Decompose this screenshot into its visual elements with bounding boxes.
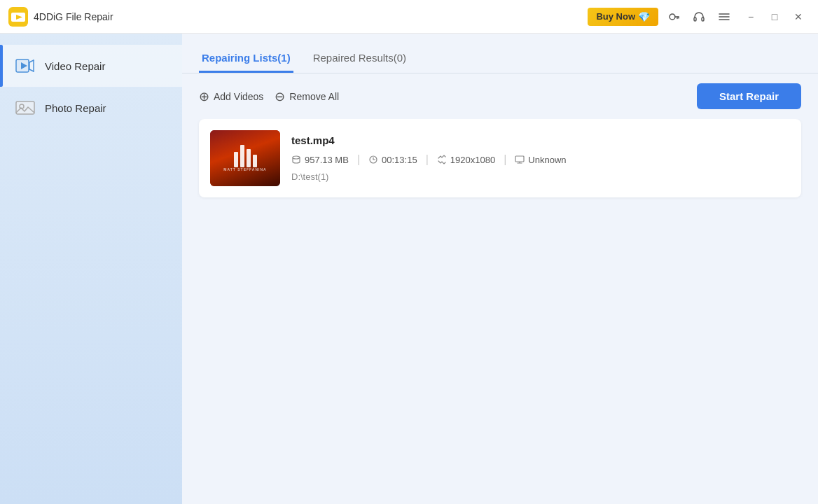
thumb-bars xyxy=(234,145,257,167)
file-duration-value: 00:13:15 xyxy=(382,155,417,165)
buy-now-button[interactable]: Buy Now 💎 xyxy=(588,8,658,26)
window-controls: − □ ✕ xyxy=(740,7,810,27)
key-icon xyxy=(667,10,680,23)
file-list: MATT STEFFANINA test.mp4 957.13 MB xyxy=(182,119,818,504)
sidebar: Video Repair Photo Repair xyxy=(0,34,182,504)
minimize-button[interactable]: − xyxy=(740,7,762,27)
remove-icon: ⊖ xyxy=(275,89,285,104)
svg-point-21 xyxy=(293,156,300,159)
photo-repair-icon xyxy=(14,97,36,119)
svg-rect-19 xyxy=(16,102,34,114)
add-icon: ⊕ xyxy=(199,89,209,104)
file-codec-item: Unknown xyxy=(515,155,566,165)
svg-rect-23 xyxy=(515,156,524,162)
sidebar-item-label-video: Video Repair xyxy=(45,60,105,72)
sidebar-item-label-photo: Photo Repair xyxy=(45,102,106,114)
sidebar-item-photo-repair[interactable]: Photo Repair xyxy=(0,87,182,129)
title-bar-right: Buy Now 💎 − xyxy=(588,7,810,27)
table-row: MATT STEFFANINA test.mp4 957.13 MB xyxy=(199,119,801,197)
remove-all-button[interactable]: ⊖ Remove All xyxy=(275,89,339,104)
headphone-icon-btn[interactable] xyxy=(689,7,709,27)
file-codec-value: Unknown xyxy=(528,155,566,165)
resolution-icon xyxy=(437,155,447,164)
tab-repaired[interactable]: Repaired Results(0) xyxy=(310,45,409,73)
buy-now-label: Buy Now xyxy=(596,11,635,22)
diamond-icon: 💎 xyxy=(638,11,650,22)
toolbar-left: ⊕ Add Videos ⊖ Remove All xyxy=(199,89,339,104)
file-size-value: 957.13 MB xyxy=(305,155,349,165)
content-area: Repairing Lists(1) Repaired Results(0) ⊕… xyxy=(182,34,818,504)
svg-rect-8 xyxy=(702,18,704,21)
title-bar-left: 4DDiG File Repair xyxy=(8,7,113,27)
video-repair-icon xyxy=(14,55,36,77)
app-title: 4DDiG File Repair xyxy=(34,11,113,22)
add-videos-button[interactable]: ⊕ Add Videos xyxy=(199,89,263,104)
remove-all-label: Remove All xyxy=(289,91,339,102)
file-info: test.mp4 957.13 MB | xyxy=(291,134,790,182)
svg-line-15 xyxy=(29,60,34,62)
start-repair-button[interactable]: Start Repair xyxy=(697,83,801,109)
file-path: D:\test(1) xyxy=(291,172,790,182)
storage-icon xyxy=(291,155,301,164)
file-size-item: 957.13 MB xyxy=(291,155,349,165)
svg-line-16 xyxy=(29,69,34,71)
file-name: test.mp4 xyxy=(291,134,790,146)
thumb-text: MATT STEFFANINA xyxy=(223,167,266,172)
svg-rect-7 xyxy=(694,18,696,21)
file-resolution-item: 1920x1080 xyxy=(437,155,495,165)
file-duration-item: 00:13:15 xyxy=(368,155,417,165)
menu-icon xyxy=(718,10,730,23)
title-bar: 4DDiG File Repair Buy Now 💎 xyxy=(0,0,818,34)
add-videos-label: Add Videos xyxy=(214,91,263,102)
main-layout: Video Repair Photo Repair Repairing List… xyxy=(0,34,818,504)
tabs-bar: Repairing Lists(1) Repaired Results(0) xyxy=(182,34,818,74)
headphone-icon xyxy=(693,10,705,23)
file-thumbnail: MATT STEFFANINA xyxy=(210,130,280,186)
toolbar: ⊕ Add Videos ⊖ Remove All Start Repair xyxy=(182,74,818,119)
sidebar-item-video-repair[interactable]: Video Repair xyxy=(0,45,182,87)
settings-icon-btn[interactable] xyxy=(664,7,684,27)
clock-icon xyxy=(368,155,378,164)
start-repair-label: Start Repair xyxy=(719,90,779,102)
menu-icon-btn[interactable] xyxy=(714,7,734,27)
monitor-icon xyxy=(515,155,525,164)
tab-repairing[interactable]: Repairing Lists(1) xyxy=(199,45,293,73)
file-resolution-value: 1920x1080 xyxy=(450,155,495,165)
close-button[interactable]: ✕ xyxy=(787,7,810,27)
maximize-button[interactable]: □ xyxy=(763,7,786,27)
app-icon xyxy=(8,7,28,27)
file-meta: 957.13 MB | 00:13:15 | xyxy=(291,153,790,166)
